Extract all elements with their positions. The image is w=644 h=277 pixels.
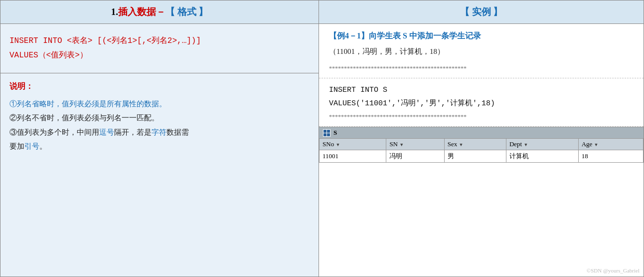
cell-age: 18 [578,150,643,163]
cell-sno: 11001 [320,150,386,163]
col-header-sno: SNo ▼ [320,139,386,150]
table-row: 11001 冯明 男 计算机 18 [320,150,644,163]
left-header: 1.插入数据－【 格式 】 [0,0,319,24]
main-container: 1.插入数据－【 格式 】 INSERT INTO <表名> [(<列名1>[,… [0,0,644,277]
db-table-section: S SNo ▼ SN ▼ Sex ▼ Dept ▼ Age ▼ [319,127,644,277]
note3-before: ③值列表为多个时，中间用 [9,128,99,136]
note3-link1: 逗号 [99,128,114,136]
syntax-line1: INSERT INTO <表名> [(<列名1>[,<列名2>,…])] [9,34,310,48]
header-prefix: 1. [111,6,118,17]
note3-middle: 隔开，若是 [114,128,152,136]
divider-dots-1: ****************************************… [329,62,634,73]
sort-arrow-sno: ▼ [335,142,340,147]
note-item3-line2: 要加引号。 [9,139,310,154]
db-data-table: SNo ▼ SN ▼ Sex ▼ Dept ▼ Age ▼ 11001 冯明 男 [319,138,644,163]
example-title-rest: 向学生表 S 中添加一条学生记录 [369,31,481,40]
sql-section: INSERT INTO S VALUES('11001','冯明','男','计… [319,78,644,127]
col-header-sn: SN ▼ [386,139,444,150]
note-item3: ③值列表为多个时，中间用逗号隔开，若是字符数据需 [9,125,310,140]
col-header-dept: Dept ▼ [506,139,578,150]
col-header-sex: Sex ▼ [444,139,506,150]
note3-link3: 引号 [24,142,39,150]
db-table-title-bar: S [319,127,644,138]
right-header-text: 【 实例 】 [460,6,503,17]
sort-arrow-dept: ▼ [523,142,528,147]
left-panel: 1.插入数据－【 格式 】 INSERT INTO <表名> [(<列名1>[,… [0,0,319,277]
note2-text: ②列名不省时，值列表必须与列名一一匹配。 [9,114,159,122]
note3-after: 数据需 [166,128,189,136]
watermark: ©SDN @yours_Gabriel [587,268,640,274]
cell-dept: 计算机 [506,150,578,163]
sql-line1: INSERT INTO S [329,83,634,97]
divider-dots-2: ****************************************… [329,110,634,121]
notes-section: 说明： ①列名省略时，值列表必须是所有属性的数据。 ②列名不省时，值列表必须与列… [0,73,319,277]
example-label: 【例4－1】 [329,31,369,40]
example-subtitle: （11001，冯明，男，计算机，18） [329,44,634,59]
db-table-wrapper: S SNo ▼ SN ▼ Sex ▼ Dept ▼ Age ▼ [319,127,644,163]
syntax-section: INSERT INTO <表名> [(<列名1>[,<列名2>,…])] VAL… [0,24,319,73]
example-section1: 【例4－1】向学生表 S 中添加一条学生记录 （11001，冯明，男，计算机，1… [319,24,644,78]
sort-arrow-age: ▼ [594,142,599,147]
note3-line2-after: 。 [39,142,47,150]
note3-link2: 字符 [152,128,166,136]
note3-line2-before: 要加 [9,142,24,150]
right-panel: 【 实例 】 【例4－1】向学生表 S 中添加一条学生记录 （11001，冯明，… [319,0,644,277]
sort-arrow-sex: ▼ [459,142,463,147]
sql-line2: VALUES('11001','冯明','男','计算机',18) [329,97,634,110]
header-red: 插入数据－ [118,6,165,17]
example-title: 【例4－1】向学生表 S 中添加一条学生记录 [329,31,634,41]
sort-arrow-sn: ▼ [399,142,404,147]
note-item1: ①列名省略时，值列表必须是所有属性的数据。 [9,97,310,111]
table-grid-icon [323,129,330,137]
col-header-age: Age ▼ [578,139,643,150]
cell-sn: 冯明 [386,150,444,163]
note-item2: ②列名不省时，值列表必须与列名一一匹配。 [9,111,310,125]
db-table-name: S [333,129,337,137]
header-blue: 【 格式 】 [165,6,208,17]
right-header: 【 实例 】 [319,0,644,24]
syntax-line2: VALUES（<值列表>） [9,48,310,63]
table-header-row: SNo ▼ SN ▼ Sex ▼ Dept ▼ Age ▼ [320,139,644,150]
note1-text: ①列名省略时，值列表必须是所有属性的数据。 [9,100,166,108]
cell-sex: 男 [444,150,506,163]
notes-title: 说明： [9,81,310,92]
